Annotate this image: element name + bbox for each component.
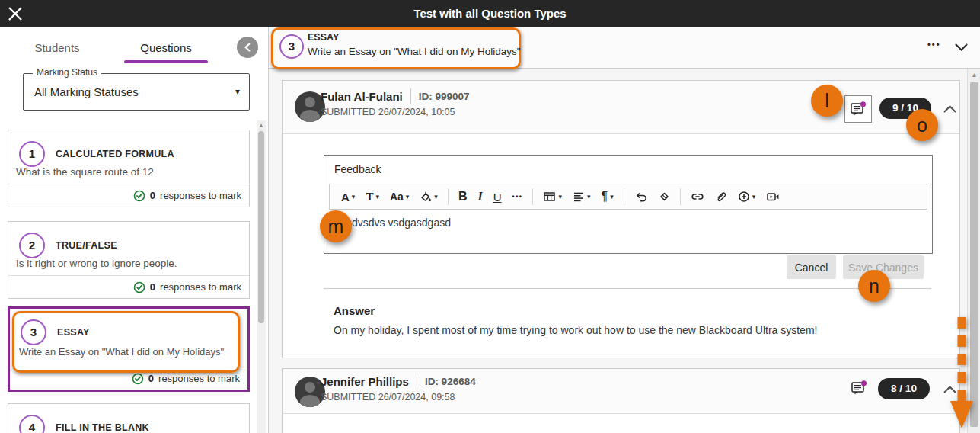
sidebar-scrollbar-thumb[interactable] [258, 131, 264, 323]
collapse-sidebar-button[interactable] [237, 37, 258, 58]
check-circle-icon [133, 190, 145, 202]
chevron-up-icon [943, 104, 956, 113]
score-pill[interactable]: 9 / 10 [879, 98, 931, 119]
cancel-button[interactable]: Cancel [787, 255, 836, 279]
responses-label: responses to mark [160, 190, 241, 201]
submission-card-jennifer: Jennifer Phillips ID: 926684 SUBMITTED 2… [282, 368, 960, 433]
feedback-editor: Feedback A ▾ T ▾ Aa ▾ [324, 155, 933, 254]
feedback-label: Feedback [334, 163, 381, 175]
main-scrollbar[interactable]: ▲ [967, 69, 980, 433]
scroll-up-icon[interactable]: ▲ [257, 122, 266, 129]
chevron-up-icon [943, 385, 956, 393]
bold-button[interactable]: B [453, 186, 473, 207]
undo-button[interactable] [629, 186, 653, 207]
responses-count: 0 [150, 190, 155, 201]
active-tab-underline [124, 60, 208, 63]
question-card-1[interactable]: 1 CALCULATED FORMULA What is the square … [8, 130, 250, 207]
submission-card-fulan: Fulan Al-Fulani ID: 999007 SUBMITTED 26/… [282, 80, 960, 358]
answer-label: Answer [334, 304, 375, 317]
question-text: Is it right or wrong to ignore people. [16, 258, 177, 269]
align-icon [573, 191, 585, 203]
feedback-note-button[interactable] [844, 95, 872, 123]
dropdown-caret-icon: ▾ [235, 74, 240, 110]
paragraph-button[interactable]: ¶ ▾ [596, 186, 619, 207]
heading-button[interactable]: T ▾ [360, 186, 385, 207]
marking-status-value: All Marking Statuses [34, 74, 139, 110]
annotation-highlight-box [12, 311, 240, 373]
marking-status-select[interactable]: Marking Status All Marking Statuses ▾ [23, 73, 250, 111]
caret-icon: ▾ [375, 193, 379, 200]
question-card-4[interactable]: 4 FILL IN THE BLANK [8, 403, 250, 433]
collapse-submission-button[interactable] [943, 383, 956, 396]
top-bar: Test with all Question Types [0, 0, 980, 27]
feedback-note-button[interactable] [851, 380, 867, 399]
chevron-down-icon [955, 43, 968, 52]
main-scrollbar-thumb[interactable] [970, 82, 978, 427]
responses-status: 0 responses to mark [8, 184, 249, 207]
caret-icon: ▾ [434, 193, 438, 200]
italic-button[interactable]: I [472, 186, 487, 207]
question-type-label: FILL IN THE BLANK [56, 422, 149, 433]
question-number-badge: 1 [19, 141, 45, 167]
sidebar-scrollbar[interactable]: ▲ [257, 120, 266, 433]
question-type-label: TRUE/FALSE [56, 240, 117, 251]
table-button[interactable]: ▾ [538, 186, 567, 207]
link-button[interactable] [685, 186, 710, 207]
toolbar-separator [448, 188, 449, 205]
caret-icon: ▾ [352, 193, 356, 200]
editor-toolbar: A ▾ T ▾ Aa ▾ ▾ [329, 184, 927, 210]
student-name: Fulan Al-Fulani [321, 90, 403, 103]
video-camera-icon [766, 191, 780, 203]
question-text: What is the square route of 12 [16, 166, 154, 178]
record-media-button[interactable] [761, 186, 786, 207]
collapse-question-button[interactable] [955, 41, 968, 55]
attachment-button[interactable] [710, 186, 733, 207]
tab-questions[interactable]: Questions [124, 37, 208, 59]
caret-icon: ▾ [406, 193, 410, 200]
student-name-line: Fulan Al-Fulani ID: 999007 [321, 88, 470, 104]
table-icon [543, 191, 556, 203]
caret-icon: ▾ [558, 193, 562, 200]
tab-students[interactable]: Students [23, 37, 91, 59]
more-options-button[interactable]: ••• [927, 40, 941, 49]
insert-content-button[interactable]: ▾ [733, 186, 761, 207]
collapse-submission-button[interactable] [943, 102, 956, 116]
responses-count: 0 [148, 373, 154, 384]
answer-text: On my holiday, I spent most of my time t… [334, 324, 817, 336]
question-card-2[interactable]: 2 TRUE/FALSE Is it right or wrong to ign… [8, 221, 250, 299]
eraser-button[interactable] [653, 186, 675, 207]
toolbar-separator [680, 188, 681, 205]
responses-count: 0 [150, 281, 155, 293]
check-circle-icon [133, 281, 145, 293]
student-id: ID: 999007 [419, 91, 470, 102]
avatar-silhouette [305, 97, 315, 107]
feedback-note-icon [851, 380, 867, 396]
responses-status: 0 responses to mark [8, 275, 249, 298]
question-number-badge: 4 [19, 415, 45, 433]
chevron-left-icon [243, 42, 252, 53]
more-formatting-button[interactable]: ••• [507, 186, 528, 207]
paint-bucket-icon [420, 191, 432, 203]
feedback-text-area[interactable]: vsdvsdvs vsdgasdgasd [341, 216, 451, 229]
toolbar-separator [532, 188, 533, 205]
underline-button[interactable]: U [488, 186, 507, 207]
save-changes-button[interactable]: Save Changes [843, 255, 924, 279]
font-button[interactable]: Aa ▾ [385, 186, 414, 207]
student-name: Jennifer Phillips [321, 375, 409, 388]
scroll-up-icon[interactable]: ▲ [968, 72, 980, 79]
link-icon [691, 191, 704, 203]
alignment-button[interactable]: ▾ [567, 186, 596, 207]
question-number-badge: 3 [21, 319, 46, 345]
current-question-text: Write an Essay on "What I did on My Holi… [308, 46, 520, 57]
check-circle-icon [132, 373, 144, 385]
caret-icon: ▾ [587, 193, 591, 200]
avatar-silhouette [305, 382, 315, 393]
question-card-3-selected[interactable]: 3 ESSAY Write an Essay on "What I did on… [8, 306, 250, 392]
eraser-icon [658, 191, 670, 203]
feedback-note-icon [850, 101, 867, 117]
divider [410, 88, 411, 104]
text-colour-button[interactable]: A ▾ [336, 186, 360, 207]
student-name-line: Jennifer Phillips ID: 926684 [321, 374, 476, 389]
score-pill[interactable]: 8 / 10 [878, 378, 930, 399]
highlight-colour-button[interactable]: ▾ [414, 186, 443, 207]
